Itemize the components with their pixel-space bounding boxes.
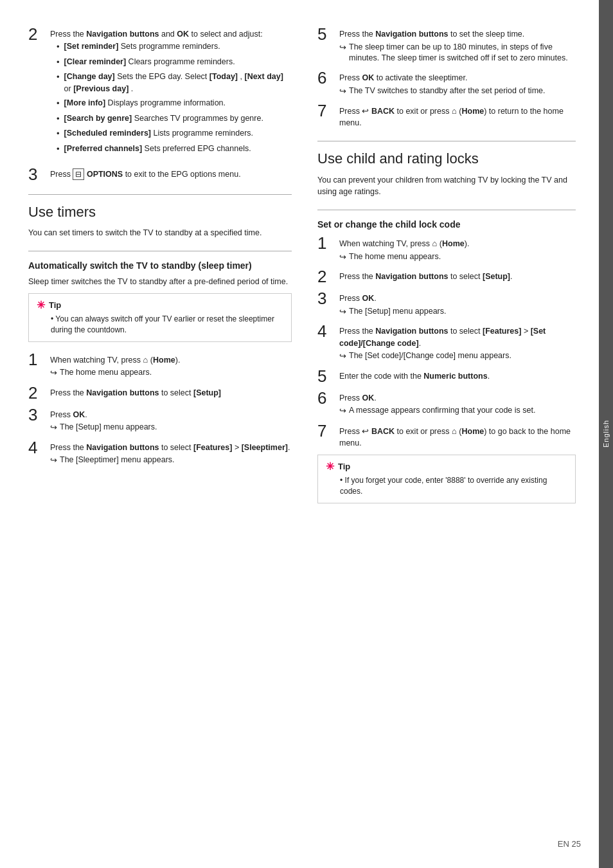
right-step-5-block: 5 Press the Navigation buttons to set th… [317, 26, 576, 64]
child-step-7-content: Press ↩ BACK to exit or press ⌂ (Home) t… [339, 422, 576, 450]
child-step-5-num: 5 [317, 368, 335, 384]
list-item: •[Change day] Sets the EPG day. Select [… [57, 71, 292, 94]
left-column: 2 Press the Navigation buttons and OK to… [28, 26, 311, 842]
child-step-4-content: Press the Navigation buttons to select [… [339, 323, 576, 363]
tip-label: Tip [49, 300, 61, 310]
tip-content: You can always switch off your TV earlie… [51, 314, 274, 334]
tip-text-child: • If you forget your code, enter '8888' … [340, 475, 567, 498]
right-step-7-content: Press ↩ BACK to exit or press ⌂ (Home) t… [339, 102, 576, 130]
sleep-timer-body: Sleep timer switches the TV to standby a… [28, 276, 292, 288]
timers-step-1-text: When watching TV, press ⌂ (Home). [50, 356, 180, 365]
child-step-5-content: Enter the code with the Numeric buttons. [339, 368, 576, 383]
child-step-7-text: Press ↩ BACK to exit or press ⌂ (Home) t… [339, 427, 571, 448]
use-timers-title: Use timers [28, 204, 292, 221]
tip-text: • You can always switch off your TV earl… [51, 314, 283, 336]
child-step-3-block: 3 Press OK. ↪ The [Setup] menu appears. [317, 290, 576, 318]
child-lock-title: Use child and rating locks [317, 150, 576, 167]
right-step-6-block: 6 Press OK to activate the sleeptimer. ↪… [317, 69, 576, 97]
divider-3 [317, 141, 576, 141]
child-step-4-block: 4 Press the Navigation buttons to select… [317, 323, 576, 363]
child-step-3-content: Press OK. ↪ The [Setup] menu appears. [339, 290, 576, 318]
step-3-block: 3 Press ⊟ OPTIONS to exit to the EPG opt… [28, 166, 292, 183]
child-lock-subtitle: Set or change the child lock code [317, 219, 576, 230]
child-step-2-block: 2 Press the Navigation buttons to select… [317, 268, 576, 285]
timers-step-3-arrow-text: The [Setup] menu appears. [60, 422, 157, 433]
arrow-icon: ↪ [339, 251, 346, 263]
right-step-7-text: Press ↩ BACK to exit or press ⌂ (Home) t… [339, 107, 564, 128]
arrow-icon: ↪ [339, 350, 346, 362]
child-step-6-arrow-text: A message appears confirming that your c… [349, 405, 535, 417]
right-step-5-num: 5 [317, 26, 335, 42]
timers-step-2-content: Press the Navigation buttons to select [… [50, 384, 292, 399]
bullet-dot: • [57, 128, 60, 140]
right-step-5-text: Press the Navigation buttons to set the … [339, 30, 524, 39]
arrow-icon: ↪ [50, 422, 57, 433]
timers-step-3-block: 3 Press OK. ↪ The [Setup] menu appears. [28, 406, 292, 434]
arrow-icon: ↪ [50, 455, 57, 466]
timers-step-2-block: 2 Press the Navigation buttons to select… [28, 384, 292, 401]
tip-content-child: If you forget your code, enter '8888' to… [340, 476, 547, 496]
bullet-dot: • [57, 41, 60, 53]
child-step-3-arrow-text: The [Setup] menu appears. [349, 306, 446, 318]
child-step-6-text: Press OK. [339, 393, 377, 402]
right-step-5-arrow-text: The sleep timer can be up to 180 minutes… [349, 42, 576, 64]
tip-star-icon: ✳ [37, 299, 45, 311]
child-step-2-text: Press the Navigation buttons to select [… [339, 272, 513, 281]
child-step-4-arrow: ↪ The [Set code]/[Change code] menu appe… [339, 350, 576, 362]
right-step-5-content: Press the Navigation buttons to set the … [339, 26, 576, 64]
child-step-1-arrow: ↪ The home menu appears. [339, 251, 576, 263]
timers-step-4-arrow: ↪ The [Sleeptimer] menu appears. [50, 455, 292, 466]
timers-step-2-num: 2 [28, 384, 46, 401]
list-item: •[More info] Displays programme informat… [57, 97, 292, 110]
bullet-dot: • [57, 71, 60, 84]
timers-step-1-num: 1 [28, 351, 46, 368]
timers-step-2-text: Press the Navigation buttons to select [… [50, 388, 221, 397]
step-3-number: 3 [28, 166, 46, 183]
home-icon: ⌂ [452, 106, 457, 116]
step-3-text: Press ⊟ OPTIONS to exit to the EPG optio… [50, 168, 241, 180]
page: English 2 Press the Navigation buttons a… [0, 0, 613, 868]
child-step-2-num: 2 [317, 268, 335, 285]
right-step-7-block: 7 Press ↩ BACK to exit or press ⌂ (Home)… [317, 102, 576, 130]
list-item: •[Preferred channels] Sets preferred EPG… [57, 143, 292, 156]
step-2-content: Press the Navigation buttons and OK to s… [50, 26, 292, 161]
sleep-timer-subtitle: Automatically switch the TV to standby (… [28, 260, 292, 271]
timers-step-3-arrow: ↪ The [Setup] menu appears. [50, 422, 292, 433]
tip-box-timers: ✳ Tip • You can always switch off your T… [28, 293, 292, 342]
arrow-icon: ↪ [339, 405, 346, 417]
child-step-1-content: When watching TV, press ⌂ (Home). ↪ The … [339, 235, 576, 263]
child-step-1-block: 1 When watching TV, press ⌂ (Home). ↪ Th… [317, 235, 576, 263]
right-step-6-arrow: ↪ The TV switches to standby after the s… [339, 86, 576, 97]
tip-header: ✳ Tip [37, 299, 283, 311]
child-step-2-content: Press the Navigation buttons to select [… [339, 268, 576, 283]
child-step-5-block: 5 Enter the code with the Numeric button… [317, 368, 576, 384]
right-step-6-num: 6 [317, 69, 335, 86]
side-tab-label: English [602, 420, 610, 448]
timers-step-4-arrow-text: The [Sleeptimer] menu appears. [60, 455, 175, 466]
timers-step-1-block: 1 When watching TV, press ⌂ (Home). ↪ Th… [28, 351, 292, 379]
page-number: EN 25 [558, 839, 581, 849]
tip-bullet: • [340, 476, 345, 485]
tip-star-icon: ✳ [326, 460, 334, 473]
child-step-3-text: Press OK. [339, 294, 377, 303]
use-timers-body: You can set timers to switch the TV to s… [28, 227, 292, 239]
timers-step-1-content: When watching TV, press ⌂ (Home). ↪ The … [50, 351, 292, 379]
timers-step-1-arrow-text: The home menu appears. [60, 367, 152, 379]
timers-step-3-text: Press OK. [50, 410, 87, 419]
right-step-7-num: 7 [317, 102, 335, 119]
list-item: •[Search by genre] Searches TV programme… [57, 113, 292, 125]
back-icon: ↩ [362, 426, 369, 436]
home-icon: ⌂ [432, 239, 438, 248]
list-item: •[Set reminder] Sets programme reminders… [57, 41, 292, 53]
tip-label-child: Tip [338, 462, 350, 471]
child-step-7-num: 7 [317, 422, 335, 439]
bullet-dot: • [57, 98, 60, 110]
child-step-1-text: When watching TV, press ⌂ (Home). [339, 239, 469, 248]
child-step-7-block: 7 Press ↩ BACK to exit or press ⌂ (Home)… [317, 422, 576, 450]
child-step-6-num: 6 [317, 390, 335, 406]
child-step-4-arrow-text: The [Set code]/[Change code] menu appear… [349, 350, 511, 362]
child-step-4-num: 4 [317, 323, 335, 339]
arrow-icon: ↪ [339, 42, 346, 53]
timers-step-4-num: 4 [28, 439, 46, 456]
bullet-dot: • [57, 113, 60, 125]
